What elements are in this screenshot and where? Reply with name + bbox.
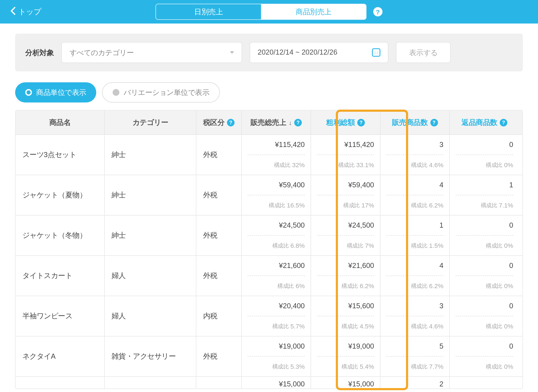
cell-text: 外税 [196,135,242,175]
sales-table: 商品名 カテゴリー 税区分 ? 販売総売上↓ ? 粗利総額 ? 販売商品数 ? … [15,110,523,389]
cell-ratio: 構成比 5.7% [248,316,305,336]
cell-ratio: 構成比 4.6% [386,155,444,175]
col-sold[interactable]: 販売商品数 ? [381,111,450,135]
cell-text: 婦人 [105,296,196,336]
cell-value: ¥24,500 [317,216,374,235]
table-row: ジャケット（夏物）紳士外税¥59,400構成比 16.5%¥59,400構成比 … [16,175,523,216]
cell-ratio: 構成比 4.6% [386,316,444,336]
cell-value: ¥115,420 [317,135,374,155]
cell-value: 0 [456,216,513,235]
cell-text: 外税 [196,216,242,256]
col-tax: 税区分 ? [196,111,242,135]
table-row: スーツ3点セット紳士外税¥115,420構成比 32%¥115,420構成比 3… [16,135,523,175]
cell-text: タイトスカート [16,256,105,296]
cell-ratio: 構成比 4.5% [317,316,374,336]
col-sales[interactable]: 販売総売上↓ ? [242,111,311,135]
help-icon[interactable]: ? [357,119,365,126]
mode-by-product-label: 商品単位で表示 [36,88,86,97]
table-row: ネクタイA雑貨・アクセサリー外税¥19,000構成比 5.3%¥19,000構成… [16,337,523,377]
cell-number: 3構成比 4.6% [381,135,450,175]
cell-number: ¥15,600構成比 4.5% [311,296,381,336]
table-row: 半袖ワンピース婦人内税¥20,400構成比 5.7%¥15,600構成比 4.5… [16,296,523,337]
cell-ratio: 構成比 16.5% [248,195,305,215]
cell-number: 0構成比 0% [450,216,519,256]
cell-number: 2 [381,377,450,389]
cell-value: ¥115,420 [248,135,305,155]
category-select-value: すべてのカテゴリー [69,48,134,57]
cell-ratio: 構成比 7.1% [456,195,513,215]
cell-ratio: 構成比 0% [456,276,513,296]
col-name: 商品名 [16,111,105,135]
mode-by-product[interactable]: 商品単位で表示 [15,82,96,102]
col-returned[interactable]: 返品商品数 ? [450,111,519,135]
cell-value: ¥15,600 [317,296,374,316]
cell-number: ¥24,500構成比 7% [311,216,381,256]
cell-text: 内税 [196,296,242,336]
help-icon[interactable]: ? [430,119,438,126]
back-label: トップ [18,7,41,17]
cell-number: 0構成比 0% [450,337,519,377]
cell-value: 1 [456,175,513,195]
date-range-picker[interactable]: 2020/12/14 ~ 2020/12/26 [250,42,388,63]
cell-number: 1構成比 7.1% [450,175,519,215]
cell-text: ジャケット（冬物） [16,216,105,256]
help-icon[interactable]: ? [227,119,235,126]
chevron-down-icon [230,51,234,54]
col-tax-label: 税区分 [203,118,225,127]
back-button[interactable]: トップ [10,6,41,17]
cell-ratio: 構成比 33.1% [317,155,374,175]
cell-text: スーツ3点セット [16,135,105,175]
category-select[interactable]: すべてのカテゴリー [61,42,242,63]
cell-value: ¥59,400 [317,175,374,195]
col-returned-label: 返品商品数 [462,118,497,127]
mode-by-variation[interactable]: バリエーション単位で表示 [102,82,220,102]
help-icon[interactable]: ? [373,7,382,17]
cell-value: 5 [386,337,444,356]
cell-ratio: 構成比 17% [317,195,374,215]
cell-value: ¥19,000 [317,337,374,356]
col-sold-label: 販売商品数 [392,118,428,127]
cell-ratio: 構成比 0% [456,356,513,376]
table-body: スーツ3点セット紳士外税¥115,420構成比 32%¥115,420構成比 3… [16,135,523,389]
cell-ratio: 構成比 0% [456,235,513,255]
tab-segment-wrap: 日別売上 商品別売上 ? [156,4,382,20]
cell-text: 婦人 [105,256,196,296]
cell-number: ¥21,600構成比 6.2% [311,256,381,296]
apply-button[interactable]: 表示する [396,42,451,63]
cell-value: 4 [386,256,444,276]
cell-value: 0 [456,337,513,356]
cell-text: 雑貨・アクセサリー [105,337,196,377]
cell-number: 4構成比 6.2% [381,256,450,296]
cell-ratio: 構成比 32% [248,155,305,175]
radio-off-icon [113,89,119,96]
cell-text: 外税 [196,337,242,377]
chevron-left-icon [10,6,16,17]
cell-text: 半袖ワンピース [16,296,105,336]
cell-ratio: 構成比 7% [317,235,374,255]
help-icon[interactable]: ? [500,119,507,126]
cell-ratio: 構成比 6.2% [386,276,444,296]
cell-ratio: 構成比 6% [248,276,305,296]
cell-text [105,377,196,389]
filter-bar: 分析対象 すべてのカテゴリー 2020/12/14 ~ 2020/12/26 表… [15,34,523,71]
cell-ratio: 構成比 5.3% [248,356,305,376]
sort-desc-icon: ↓ [289,119,292,126]
cell-number: 1構成比 1.5% [381,216,450,256]
display-mode-row: 商品単位で表示 バリエーション単位で表示 [15,82,523,102]
table-row: ¥15,000¥15,0002 [16,377,523,389]
cell-number: 3構成比 4.6% [381,296,450,336]
cell-number: ¥115,420構成比 33.1% [311,135,381,175]
col-gross[interactable]: 粗利総額 ? [311,111,381,135]
cell-text [196,377,242,389]
tab-daily-sales[interactable]: 日別売上 [156,4,261,19]
cell-value: 1 [386,216,444,235]
table-row: ジャケット（冬物）紳士外税¥24,500構成比 6.8%¥24,500構成比 7… [16,216,523,256]
help-icon[interactable]: ? [294,119,302,126]
date-range-value: 2020/12/14 ~ 2020/12/26 [258,48,337,57]
cell-value: ¥21,600 [317,256,374,276]
tab-product-sales[interactable]: 商品別売上 [261,4,366,19]
radio-on-icon [25,89,32,96]
cell-number: 0構成比 0% [450,296,519,336]
cell-text: 外税 [196,256,242,296]
cell-ratio: 構成比 6.2% [386,195,444,215]
